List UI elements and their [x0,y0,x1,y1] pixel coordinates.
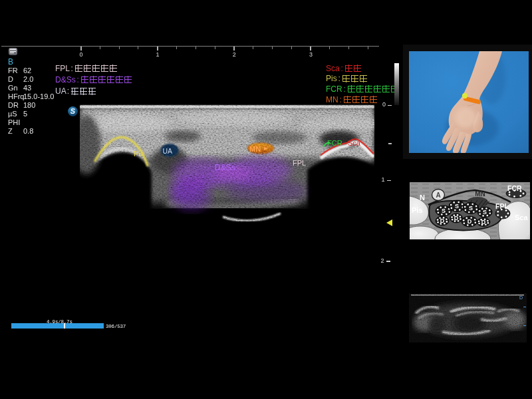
svg-text:D: D [454,215,459,221]
svg-text:D: D [440,217,445,224]
svg-text:MN: MN [249,145,261,153]
svg-text:A: A [436,192,440,199]
svg-text:S: S [483,209,487,215]
svg-text:D: D [519,295,523,300]
svg-text:Pis: Pis [412,206,423,214]
svg-text:Sca: Sca [515,213,528,221]
svg-text:MN: MN [475,190,485,198]
svg-text:S: S [442,207,446,214]
svg-text:D: D [467,218,472,225]
svg-text:D&Ss: D&Ss [215,163,235,172]
svg-text:UA: UA [163,147,173,155]
svg-text:S: S [455,203,459,209]
svg-text:N: N [420,194,425,201]
svg-text:FPL: FPL [293,159,306,167]
svg-text:Sca: Sca [348,139,361,147]
svg-text:D: D [481,219,486,225]
svg-text:FPL: FPL [495,202,509,210]
svg-text:FCR: FCR [507,184,522,192]
svg-text:S: S [469,205,473,211]
svg-text:FCR: FCR [327,139,342,147]
svg-text:Pis: Pis [134,150,144,158]
